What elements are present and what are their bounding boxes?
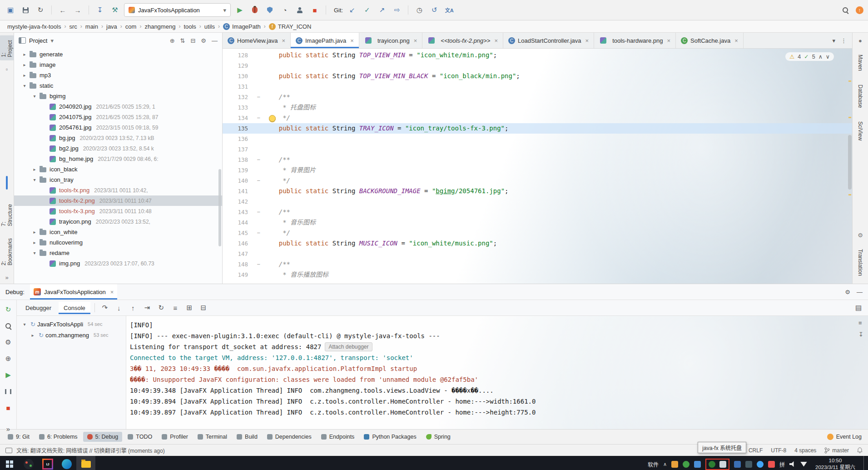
stop-button[interactable]: ■	[309, 4, 321, 16]
code-line[interactable]: 144 * 音乐图标	[223, 217, 852, 228]
tree-item[interactable]: ▸icon_black	[14, 164, 222, 175]
tool-window-button-database[interactable]: Database	[856, 81, 865, 111]
tree-item[interactable]: ▸mp3	[14, 70, 222, 80]
taskbar-app-explorer[interactable]	[76, 456, 95, 470]
taskbar-app-intellij[interactable]: IJ	[38, 456, 57, 470]
run-to-cursor-icon[interactable]: ⇥	[141, 302, 153, 314]
ime-indicator[interactable]: 拼	[779, 460, 785, 468]
toolwindow-button-eventlog[interactable]: Event Log	[836, 434, 862, 440]
sync-button[interactable]: ↻	[35, 4, 46, 16]
chevron-down-icon[interactable]: ▾	[50, 37, 54, 44]
editor-tab[interactable]: CLoadStartController.java×	[503, 33, 594, 48]
close-tab-icon[interactable]: ×	[494, 37, 498, 44]
tab-console[interactable]: Console	[59, 302, 90, 314]
screen-reader-icon[interactable]	[5, 448, 12, 453]
code-line[interactable]: 136	[223, 134, 852, 144]
tree-chevron-icon[interactable]: ▾	[30, 94, 39, 99]
run-configuration-select[interactable]: JavaFxToolsApplication ▾	[124, 3, 231, 17]
code-line[interactable]: 141 public static String BACKGROUND_IMAG…	[223, 186, 852, 196]
tree-chevron-icon[interactable]: ▸	[29, 333, 37, 338]
tree-item[interactable]: tools-fx-3.png2023/3/11 0011 10:48	[14, 206, 222, 216]
editor-scrollbar[interactable]	[848, 135, 852, 190]
breadcrumb-item[interactable]: com	[124, 23, 138, 30]
breadcrumb-item[interactable]: main	[84, 23, 99, 30]
toolwindow-button-terminal[interactable]: Terminal	[193, 432, 231, 442]
fold-marker-icon[interactable]: −	[253, 175, 263, 186]
tree-chevron-icon[interactable]: ▾	[20, 322, 29, 327]
rollback-button[interactable]: ↺	[428, 4, 440, 16]
tree-chevron-icon[interactable]: ▸	[30, 240, 39, 245]
toolwindow-button-profiler[interactable]: Profiler	[158, 432, 192, 442]
tree-item[interactable]: 2054761.jpg2022/3/15 0015 09:18, 59	[14, 122, 222, 133]
tree-item[interactable]: bg_home.jpg2021/7/29 0029 08:46, 6:	[14, 154, 222, 164]
back-button[interactable]: ←	[57, 4, 69, 16]
code-line[interactable]: 147	[223, 249, 852, 259]
run-button[interactable]: ▶	[234, 4, 246, 16]
fold-marker-icon[interactable]: −	[253, 228, 263, 238]
tool-window-button-sciview[interactable]: SciView	[856, 118, 865, 144]
tray-app-5[interactable]	[734, 461, 741, 468]
collapse-all-icon[interactable]: ⊟	[190, 37, 195, 44]
code-line[interactable]: 128 public static String TOP_VIEW_MIN = …	[223, 50, 852, 60]
encoding-indicator[interactable]: UTF-8	[771, 447, 786, 454]
close-icon[interactable]: ×	[110, 289, 114, 295]
code-line[interactable]: 139 * 背景图片	[223, 165, 852, 175]
update-project-button[interactable]: ↧	[94, 4, 106, 16]
tree-item[interactable]: ▸generate	[14, 49, 222, 60]
view-threads-icon[interactable]: ≡	[169, 302, 181, 314]
code-line[interactable]: 133 * 托盘图标	[223, 102, 852, 113]
notifications-icon[interactable]: ●	[858, 37, 862, 44]
resume-icon[interactable]: ▶	[2, 369, 14, 381]
search-icon[interactable]	[2, 320, 14, 332]
volume-icon[interactable]	[789, 461, 796, 467]
code-line[interactable]: 140− */	[223, 175, 852, 186]
breadcrumb-item[interactable]: src	[68, 23, 78, 30]
editor-tab[interactable]: trayicon.png×	[359, 33, 422, 48]
git-update-button[interactable]: ↙	[346, 4, 358, 16]
tray-app-6[interactable]	[745, 461, 752, 468]
code-line[interactable]: 142	[223, 196, 852, 207]
tree-item[interactable]: img.png2023/2/23 0023 17:07, 60.73	[14, 258, 222, 269]
step-over-icon[interactable]: ↷	[99, 302, 111, 314]
code-line[interactable]: 143− /**	[223, 207, 852, 217]
show-desktop-button[interactable]	[863, 456, 867, 470]
code-line[interactable]: 145− */	[223, 228, 852, 238]
more-vertical-icon[interactable]: ⋮	[841, 37, 847, 44]
expand-all-icon[interactable]: ⇅	[180, 37, 185, 44]
intention-bulb-icon[interactable]	[269, 115, 276, 122]
code-line[interactable]: 148− /**	[223, 259, 852, 270]
console[interactable]: [INFO][INFO] --- exec-maven-plugin:3.1.0…	[126, 316, 868, 429]
project-panel-title[interactable]: Project	[29, 37, 47, 44]
breadcrumb-item[interactable]: java	[105, 23, 118, 30]
tray-app-3[interactable]	[694, 461, 701, 468]
stop-icon[interactable]: ■	[2, 402, 14, 414]
code-editor[interactable]: 128 public static String TOP_VIEW_MIN = …	[223, 49, 852, 284]
tree-chevron-icon[interactable]: ▾	[20, 83, 29, 88]
profiler-button[interactable]: ◔	[279, 4, 291, 16]
tree-item[interactable]: 2041075.jpg2021/6/25 0025 15:28, 87	[14, 112, 222, 122]
notifications-bell-icon[interactable]	[857, 447, 863, 453]
tree-item[interactable]: ▾redame	[14, 248, 222, 258]
pause-icon[interactable]	[2, 385, 14, 397]
tree-item[interactable]: trayicon.png2020/2/23 0023 13:52,	[14, 216, 222, 227]
zoom-icon[interactable]: ⊕	[2, 353, 14, 365]
code-line[interactable]: 149 * 音乐播放图标	[223, 270, 852, 280]
tree-item[interactable]: bg2.jpg2020/2/23 0023 13:52, 8.54 k	[14, 143, 222, 154]
breadcrumb-item[interactable]: zhangmeng	[144, 23, 176, 30]
tray-app-1[interactable]	[671, 461, 678, 468]
rerun-icon[interactable]: ↻	[2, 304, 14, 315]
indent-indicator[interactable]: 4 spaces	[794, 447, 816, 454]
breadcrumb-item[interactable]: mystyle-java-fx-tools	[6, 23, 62, 30]
code-line[interactable]: 131	[223, 81, 852, 92]
tree-chevron-icon[interactable]: ▸	[30, 167, 39, 172]
toolwindow-button-dependencies[interactable]: Dependencies	[263, 432, 316, 442]
fold-marker-icon[interactable]: −	[253, 155, 263, 165]
hide-panel-icon[interactable]: —	[212, 37, 218, 44]
tray-app-4[interactable]	[719, 461, 726, 468]
close-tab-icon[interactable]: ×	[734, 37, 738, 44]
debug-session-tab[interactable]: m JavaFxToolsApplication ×	[30, 284, 117, 300]
git-branch-widget[interactable]: master	[824, 447, 849, 454]
close-tab-icon[interactable]: ×	[585, 37, 589, 44]
toolwindow-button-problems[interactable]: 6: Problems	[35, 432, 82, 442]
git-commit-button[interactable]: ✓	[361, 4, 373, 16]
